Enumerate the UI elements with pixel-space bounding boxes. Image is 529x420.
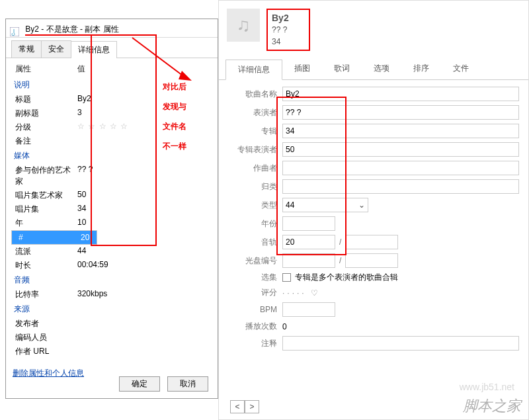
label-artist: 参与创作的艺术家 xyxy=(11,165,77,187)
col-val: 值 xyxy=(77,63,212,75)
tab-options[interactable]: 选项 xyxy=(362,59,401,79)
value-length: 00:04:59 xyxy=(77,260,212,271)
label-performer: 表演者 xyxy=(228,107,282,118)
music-file-icon xyxy=(10,24,19,34)
tab-sort[interactable]: 排序 xyxy=(401,59,441,79)
rating-dots[interactable]: ····· xyxy=(282,288,307,298)
label-bitrate: 比特率 xyxy=(11,289,77,300)
label-genre: 流派 xyxy=(11,246,77,257)
album-art-placeholder: ♫ xyxy=(227,9,260,42)
properties-dialog: By2 - 不是故意 - 副本 属性 常规 安全 详细信息 属性值 说明 标题B… xyxy=(5,19,218,399)
music-note-icon: ♫ xyxy=(237,15,251,36)
value-albumartist[interactable]: 50 xyxy=(77,190,212,201)
label-albumname: 专辑 xyxy=(228,126,282,137)
label-comment: 注释 xyxy=(228,338,282,349)
tab-security[interactable]: 安全 xyxy=(41,40,71,58)
label-compilation: 选集 xyxy=(228,272,282,283)
input-albumperformer[interactable] xyxy=(282,142,519,157)
label-category: 归类 xyxy=(228,181,282,192)
value-bitrate: 320kbps xyxy=(77,289,212,300)
value-encoder[interactable] xyxy=(77,332,212,343)
tab-lyrics[interactable]: 歌词 xyxy=(322,59,362,79)
input-tracktotal[interactable] xyxy=(345,235,398,249)
input-disc[interactable] xyxy=(282,253,335,268)
tab-detail[interactable]: 详细信息 xyxy=(225,60,282,80)
value-note[interactable] xyxy=(77,136,212,147)
titlebar: By2 - 不是故意 - 副本 属性 xyxy=(6,19,218,38)
editor-tabs: 详细信息 插图 歌词 选项 排序 文件 xyxy=(219,59,528,80)
label-publisher: 发布者 xyxy=(11,318,77,329)
tab-details[interactable]: 详细信息 xyxy=(71,41,117,58)
remove-properties-link[interactable]: 删除属性和个人信息 xyxy=(13,368,84,379)
label-type: 类型 xyxy=(228,200,282,211)
edit-form: 歌曲名称 表演者 专辑 专辑表演者 作曲者 归类 类型44⌄ 年份 音轨/ 光盘… xyxy=(219,80,528,361)
value-title[interactable]: By2 xyxy=(77,94,212,105)
track-meta-header: By2 ?? ? 34 xyxy=(266,9,310,51)
prev-button[interactable]: < xyxy=(230,400,245,413)
section-audio: 音频 xyxy=(11,273,212,288)
value-year[interactable]: 10 xyxy=(77,218,212,229)
value-artist[interactable]: ?? ? xyxy=(77,165,212,187)
label-composer: 作曲者 xyxy=(228,163,282,174)
chevron-down-icon: ⌄ xyxy=(358,200,365,210)
value-album[interactable]: 34 xyxy=(77,204,212,215)
input-songname[interactable] xyxy=(282,87,519,101)
label-songname: 歌曲名称 xyxy=(228,89,282,100)
input-category[interactable] xyxy=(282,179,519,194)
label-track: 音轨 xyxy=(228,237,282,248)
label-authorurl: 作者 URL xyxy=(11,346,77,357)
watermark-url: www.jb51.net xyxy=(460,382,514,392)
input-bpm[interactable] xyxy=(282,302,335,317)
label-albumperformer: 专辑表演者 xyxy=(228,144,282,155)
label-encoder: 编码人员 xyxy=(11,332,77,343)
watermark-text: 脚本之家 xyxy=(463,396,521,416)
header-album: 34 xyxy=(272,36,289,48)
next-button[interactable]: > xyxy=(245,400,259,413)
input-year[interactable] xyxy=(282,216,335,231)
ok-button[interactable]: 确定 xyxy=(119,376,160,392)
editor-panel: ♫ By2 ?? ? 34 详细信息 插图 歌词 选项 排序 文件 歌曲名称 表… xyxy=(218,0,529,420)
tab-bar: 常规 安全 详细信息 xyxy=(6,38,218,58)
tab-file[interactable]: 文件 xyxy=(441,59,481,79)
input-albumname[interactable] xyxy=(282,124,519,138)
input-performer[interactable] xyxy=(282,105,519,120)
label-length: 时长 xyxy=(11,260,77,271)
tab-general[interactable]: 常规 xyxy=(11,40,42,58)
prev-next-nav: <> xyxy=(230,400,259,413)
label-subtitle: 副标题 xyxy=(11,108,77,119)
annotation-text: 对比后发现与文件名不一样 xyxy=(163,77,186,156)
input-comment[interactable] xyxy=(282,336,519,351)
section-source: 来源 xyxy=(11,302,212,317)
select-type[interactable]: 44⌄ xyxy=(282,198,368,212)
label-yearfield: 年份 xyxy=(228,218,282,230)
value-subtitle[interactable]: 3 xyxy=(77,108,212,119)
label-rating: 分级 xyxy=(11,122,77,133)
label-year: 年 xyxy=(11,218,77,229)
window-title: By2 - 不是故意 - 副本 属性 xyxy=(25,24,118,36)
cancel-button[interactable]: 取消 xyxy=(167,376,208,392)
header-title: By2 xyxy=(272,12,289,24)
value-tracknum[interactable]: 20 xyxy=(81,233,94,242)
value-genre[interactable]: 44 xyxy=(77,246,212,257)
col-attr: 属性 xyxy=(11,63,77,75)
header-artist: ?? ? xyxy=(272,24,289,36)
input-composer[interactable] xyxy=(282,161,519,175)
label-albumartist: 唱片集艺术家 xyxy=(11,190,77,201)
heart-icon[interactable]: ♡ xyxy=(311,288,318,298)
tab-artwork[interactable]: 插图 xyxy=(282,59,322,79)
label-title: 标题 xyxy=(11,94,77,105)
value-authorurl[interactable] xyxy=(77,346,212,357)
checkbox-compilation-label: 专辑是多个表演者的歌曲合辑 xyxy=(295,272,398,283)
label-playcount: 播放次数 xyxy=(228,321,282,332)
label-note: 备注 xyxy=(11,136,77,147)
value-rating[interactable]: ☆ ☆ ☆ ☆ ☆ xyxy=(77,122,212,133)
label-tracknum: # xyxy=(15,233,81,242)
label-disc: 光盘编号 xyxy=(228,255,282,267)
label-album: 唱片集 xyxy=(11,204,77,215)
label-bpm: BPM xyxy=(228,305,282,314)
input-disctotal[interactable] xyxy=(345,253,398,268)
checkbox-compilation[interactable] xyxy=(282,273,291,282)
value-playcount: 0 xyxy=(282,322,287,331)
value-publisher[interactable] xyxy=(77,318,212,329)
input-track[interactable] xyxy=(282,235,335,249)
